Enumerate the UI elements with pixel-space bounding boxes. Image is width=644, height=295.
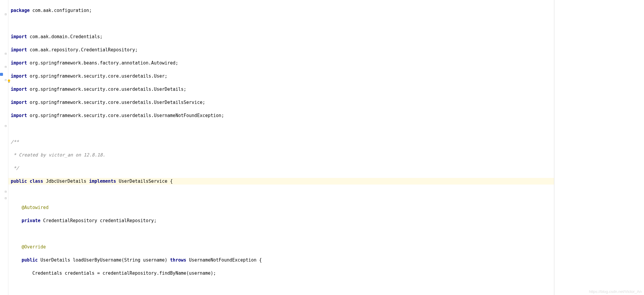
fold-icon[interactable]: ⊟ [5, 52, 8, 55]
code-line: * Created by victor_an on 12.8.18. [11, 152, 552, 158]
code-line: private CredentialRepository credentialR… [11, 217, 552, 224]
code-line: import com.aak.domain.Credentials; [11, 33, 552, 40]
watermark-text: https://blog.csdn.net/Victor_An [589, 289, 642, 294]
code-line: import org.springframework.security.core… [11, 112, 552, 119]
fold-icon[interactable]: ⊟ [5, 190, 8, 193]
code-line: import org.springframework.security.core… [11, 73, 552, 79]
code-line [11, 125, 552, 132]
code-line: */ [11, 165, 552, 171]
fold-icon[interactable]: ⊟ [5, 13, 8, 16]
code-line: Credentials credentials = credentialRepo… [11, 270, 552, 276]
fold-icon[interactable]: ⊟ [5, 196, 8, 199]
fold-icon[interactable]: ⊟ [5, 124, 8, 127]
code-line [11, 191, 552, 198]
editor-gutter: ⊟ ⊟ ⊟ ⊟ ⊟ ⊟ ⊟ [0, 0, 8, 295]
code-line-active: public class JdbcUserDetails implements … [8, 178, 554, 185]
code-line: import org.springframework.security.core… [11, 99, 552, 106]
code-line: /** [11, 139, 552, 145]
code-line: @Autowired [11, 204, 552, 211]
code-line: import org.springframework.beans.factory… [11, 60, 552, 66]
fold-icon[interactable]: ⊟ [5, 65, 8, 68]
code-line [11, 231, 552, 237]
code-line: import org.springframework.security.core… [11, 86, 552, 93]
marker-icon [0, 73, 3, 76]
code-line [11, 283, 552, 290]
code-line: import com.aak.repository.CredentialRepo… [11, 47, 552, 53]
code-editor[interactable]: package com.aak.configuration; import co… [8, 0, 554, 295]
code-line: package com.aak.configuration; [11, 7, 552, 14]
code-line: public UserDetails loadUserByUsername(St… [11, 257, 552, 263]
code-line: @Override [11, 244, 552, 250]
code-line [11, 20, 552, 27]
